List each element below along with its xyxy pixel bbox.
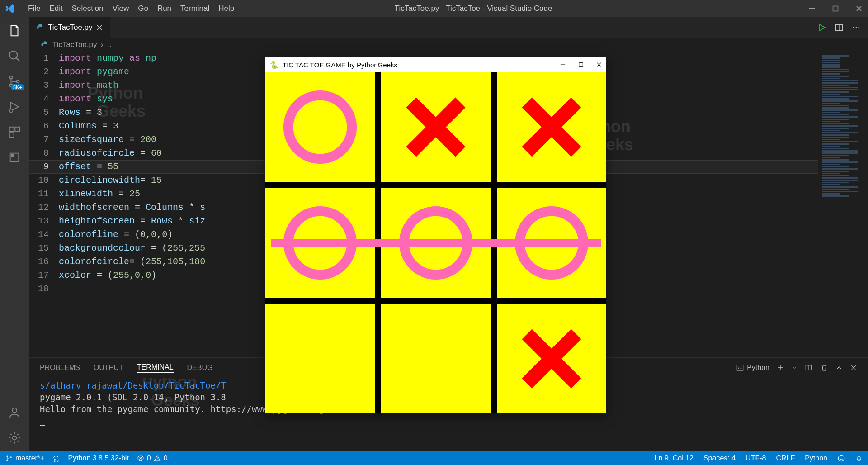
status-bar: master*+ Python 3.8.5 32-bit 0 0 Ln 9, C… [0,451,868,465]
status-cursor[interactable]: Ln 9, Col 12 [655,454,693,462]
activity-settings-icon[interactable] [7,431,22,445]
python-file-icon [36,24,44,32]
svg-rect-24 [579,63,583,67]
svg-point-2 [9,76,12,79]
menu-terminal[interactable]: Terminal [176,0,214,17]
menu-view[interactable]: View [108,0,134,17]
scm-badge: 5K+ [11,84,24,90]
game-cell[interactable] [497,72,606,182]
run-file-icon[interactable] [817,23,826,32]
svg-point-5 [9,109,13,113]
win-line [271,239,601,247]
kill-terminal-icon[interactable] [820,364,828,372]
vscode-logo-icon [5,3,15,14]
menu-help[interactable]: Help [214,0,239,17]
window-minimize-icon[interactable] [807,4,816,13]
svg-rect-10 [11,154,14,157]
game-cell[interactable] [265,304,375,413]
status-sync-icon[interactable] [52,455,60,462]
line-number-gutter: 123456789101112131415161718 [29,52,59,357]
menu-go[interactable]: Go [133,0,153,17]
game-minimize-icon[interactable] [560,62,566,67]
status-problems[interactable]: 0 0 [137,454,168,462]
svg-rect-7 [15,127,19,132]
svg-point-4 [16,80,19,83]
terminal-kind-selector[interactable]: Python [736,364,769,372]
status-spaces[interactable]: Spaces: 4 [703,454,736,462]
svg-point-23 [838,455,844,461]
activity-search-icon[interactable] [7,49,22,63]
window-title: TicTacToe.py - TicTacToe - Visual Studio… [239,4,807,13]
split-editor-icon[interactable] [835,23,844,32]
game-window: 🐍 TIC TAC TOE GAME by PythonGeeks Python… [265,57,606,413]
activity-account-icon[interactable] [7,405,22,420]
more-actions-icon[interactable] [852,23,861,32]
svg-point-15 [856,27,857,28]
breadcrumb-rest: … [107,40,114,49]
python-file-icon [41,41,49,49]
tab-tictactoe[interactable]: TicTacToe.py [29,17,110,38]
status-feedback-icon[interactable] [837,454,845,462]
tab-label: TicTacToe.py [48,23,93,32]
title-bar: File Edit Selection View Go Run Terminal… [0,0,868,17]
svg-point-19 [7,456,8,457]
menu-file[interactable]: File [24,0,45,17]
terminal-dropdown-icon[interactable] [792,365,797,370]
svg-point-1 [9,51,18,59]
svg-point-16 [859,27,860,28]
game-close-icon[interactable] [596,62,602,67]
svg-rect-6 [9,127,14,132]
breadcrumb-file: TicTacToe.py [52,40,97,49]
activity-extensions-icon[interactable] [7,125,22,139]
activity-scm-icon[interactable]: 5K+ [7,74,22,89]
split-terminal-icon[interactable] [805,364,813,372]
editor-tab-bar: TicTacToe.py [29,17,868,38]
panel-tab-debug[interactable]: DEBUG [187,364,213,372]
status-encoding[interactable]: UTF-8 [745,454,766,462]
new-terminal-icon[interactable] [777,364,785,372]
game-cell[interactable] [381,304,491,413]
status-branch[interactable]: master*+ [5,454,44,462]
status-interpreter[interactable]: Python 3.8.5 32-bit [68,454,128,462]
maximize-panel-icon[interactable] [835,364,843,371]
svg-point-14 [853,27,854,28]
svg-point-25 [288,95,352,159]
status-lang[interactable]: Python [805,454,827,462]
window-close-icon[interactable] [854,4,863,13]
activity-bar: 5K+ [0,17,29,451]
status-bell-icon[interactable] [855,455,863,462]
tab-close-icon[interactable] [96,24,103,31]
menu-edit[interactable]: Edit [45,0,67,17]
breadcrumb[interactable]: TicTacToe.py › … [29,38,868,52]
menu-run[interactable]: Run [153,0,176,17]
svg-rect-0 [833,6,838,11]
game-title-bar[interactable]: 🐍 TIC TAC TOE GAME by PythonGeeks [265,57,606,72]
chevron-right-icon: › [101,40,104,49]
menu-selection[interactable]: Selection [67,0,108,17]
game-cell[interactable] [497,304,606,413]
panel-tab-problems[interactable]: PROBLEMS [40,364,80,372]
svg-point-12 [13,436,17,440]
game-cell[interactable] [381,72,491,182]
panel-tab-output[interactable]: OUTPUT [94,364,123,372]
window-maximize-icon[interactable] [831,4,840,13]
minimap[interactable] [818,52,868,357]
svg-point-11 [12,408,17,413]
game-title: TIC TAC TOE GAME by PythonGeeks [283,61,397,69]
svg-rect-8 [9,133,14,137]
activity-run-icon[interactable] [7,100,22,114]
status-eol[interactable]: CRLF [776,454,795,462]
game-cell[interactable] [265,72,375,182]
close-panel-icon[interactable] [850,364,857,371]
game-board[interactable]: Python Geeks [265,72,606,413]
activity-remote-icon[interactable] [7,150,22,165]
svg-point-20 [7,460,8,461]
panel-tab-terminal[interactable]: TERMINAL [137,363,174,373]
svg-rect-17 [737,365,743,370]
pygame-icon: 🐍 [270,61,279,69]
activity-explorer-icon[interactable] [7,24,22,38]
game-maximize-icon[interactable] [578,62,584,67]
